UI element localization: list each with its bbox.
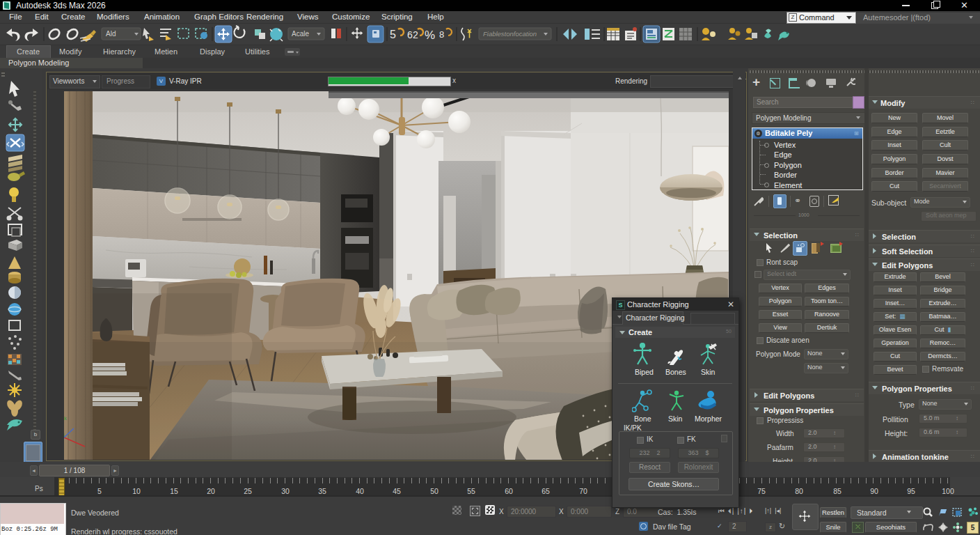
svg-text:2: 2 [413,29,418,40]
svg-text:Acale: Acale [292,30,309,38]
svg-text:8: 8 [439,29,444,40]
svg-text:6: 6 [407,29,413,40]
svg-text:Fiablestonfocation: Fiablestonfocation [483,30,537,38]
svg-text:%: % [425,29,435,42]
svg-text:5: 5 [390,29,396,40]
svg-text:Ald: Ald [106,30,116,38]
